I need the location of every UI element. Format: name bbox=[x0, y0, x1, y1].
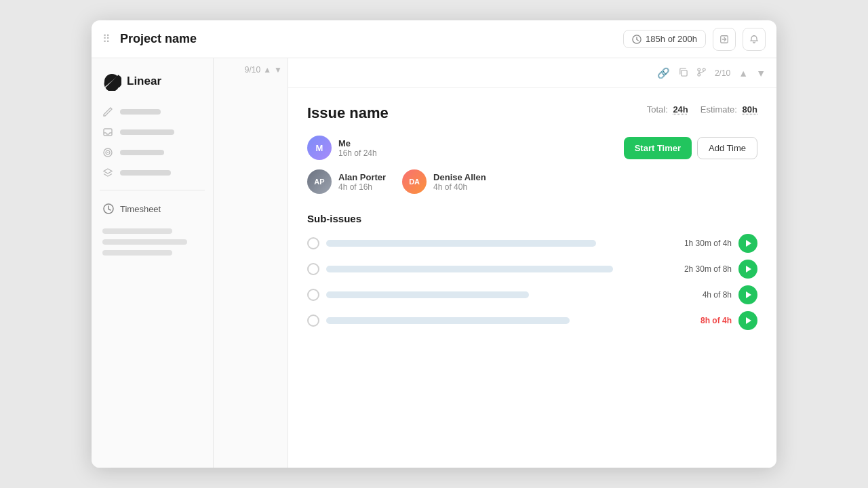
main-toolbar: 🔗 2/10 ▲ ▼ bbox=[288, 58, 776, 88]
sub-issue-bar-container-4 bbox=[326, 317, 664, 324]
sub-issue-bar-4 bbox=[326, 317, 570, 324]
time-budget-text: 185h of 200h bbox=[646, 34, 697, 44]
other-assignees-row: AP Alan Porter 4h of 16h DA Denise Allen… bbox=[307, 169, 757, 194]
layers-icon bbox=[102, 167, 113, 178]
sidebar-divider bbox=[100, 190, 205, 190]
target-icon bbox=[102, 147, 113, 158]
timesheet-icon bbox=[102, 203, 115, 215]
total-value: 24h bbox=[673, 104, 688, 115]
clock-icon bbox=[632, 35, 642, 44]
issue-title: Issue name bbox=[307, 104, 389, 122]
placeholder-bar-2 bbox=[102, 239, 187, 245]
sub-issue-row-4: 8h of 4h bbox=[307, 311, 757, 330]
sidebar: Linear bbox=[92, 58, 214, 468]
play-triangle-1 bbox=[746, 240, 751, 247]
sub-issue-bar-container-1 bbox=[326, 240, 664, 247]
sub-issue-row-3: 4h of 8h bbox=[307, 285, 757, 304]
play-triangle-2 bbox=[746, 266, 751, 272]
middle-counter-text: 9/10 bbox=[245, 65, 260, 75]
avatar-me: M bbox=[307, 136, 332, 160]
svg-rect-7 bbox=[682, 70, 687, 75]
sub-issue-bar-container-3 bbox=[326, 291, 664, 298]
sub-issue-bar-1 bbox=[326, 240, 596, 247]
header: ⠿ Project name 185h of 200h bbox=[92, 20, 776, 58]
branch-icon[interactable] bbox=[696, 67, 707, 79]
bell-icon bbox=[749, 35, 759, 44]
chevron-down-btn[interactable]: ▼ bbox=[274, 65, 282, 75]
play-triangle-3 bbox=[746, 291, 751, 298]
issue-panel: Issue name Total: 24h Estimate: 80h bbox=[288, 88, 776, 353]
estimate-label: Estimate: bbox=[701, 104, 737, 115]
placeholder-bar-1 bbox=[102, 228, 172, 234]
copy-icon[interactable] bbox=[678, 67, 688, 79]
timesheet-label: Timesheet bbox=[120, 204, 161, 214]
assignee-details-alan: Alan Porter 4h of 16h bbox=[338, 172, 386, 192]
add-time-button[interactable]: Add Time bbox=[697, 137, 757, 159]
assignee-time-denise: 4h of 40h bbox=[433, 182, 486, 192]
assignee-time-me: 16h of 24h bbox=[338, 148, 377, 158]
toolbar-chevron-down[interactable]: ▼ bbox=[756, 68, 766, 79]
placeholder-bar-3 bbox=[102, 250, 172, 256]
sub-issue-play-3[interactable] bbox=[738, 285, 757, 304]
time-budget: 185h of 200h bbox=[623, 30, 706, 48]
estimate-meta: Estimate: 80h bbox=[701, 104, 757, 115]
nav-bar-inbox bbox=[120, 129, 174, 135]
sidebar-item-target[interactable] bbox=[97, 142, 208, 163]
sub-issue-play-2[interactable] bbox=[738, 260, 757, 279]
main-content: 🔗 2/10 ▲ ▼ bbox=[288, 58, 776, 468]
sub-issues-section: Sub-issues 1h 30m of 4h bbox=[307, 213, 757, 330]
sub-issue-row-1: 1h 30m of 4h bbox=[307, 234, 757, 253]
assignee-name-alan: Alan Porter bbox=[338, 172, 386, 182]
assignee-details-denise: Denise Allen 4h of 40h bbox=[433, 172, 486, 192]
assignee-name-me: Me bbox=[338, 138, 377, 148]
sub-issue-play-4[interactable] bbox=[738, 311, 757, 330]
toolbar-chevron-up[interactable]: ▲ bbox=[738, 68, 748, 79]
sub-issue-checkbox-4[interactable] bbox=[307, 314, 319, 327]
sub-issue-checkbox-3[interactable] bbox=[307, 289, 319, 301]
sidebar-logo: Linear bbox=[92, 66, 213, 102]
assignee-alan: AP Alan Porter 4h of 16h bbox=[307, 169, 386, 194]
total-meta: Total: 24h bbox=[647, 104, 688, 115]
assignee-denise: DA Denise Allen 4h of 40h bbox=[402, 169, 486, 194]
middle-panel: 9/10 ▲ ▼ bbox=[214, 58, 288, 468]
body: Linear bbox=[92, 58, 776, 468]
grid-icon: ⠿ bbox=[102, 33, 111, 45]
sub-issue-checkbox-1[interactable] bbox=[307, 237, 319, 249]
sidebar-item-edit[interactable] bbox=[97, 102, 208, 122]
issue-meta: Total: 24h Estimate: 80h bbox=[647, 104, 757, 115]
assignees-section: M Me 16h of 24h Start Timer Add Time bbox=[307, 136, 757, 194]
link-icon[interactable]: 🔗 bbox=[657, 67, 670, 79]
sidebar-timesheet[interactable]: Timesheet bbox=[92, 197, 213, 220]
nav-bar-target bbox=[120, 150, 164, 155]
sub-issue-checkbox-2[interactable] bbox=[307, 263, 319, 275]
sidebar-placeholders bbox=[92, 220, 213, 264]
notification-button[interactable] bbox=[743, 28, 766, 51]
start-timer-button[interactable]: Start Timer bbox=[624, 137, 692, 159]
nav-bar-edit bbox=[120, 109, 161, 115]
nav-bar-layers bbox=[120, 170, 171, 176]
sidebar-nav bbox=[92, 102, 213, 183]
sub-issue-bar-container-2 bbox=[326, 266, 664, 272]
export-button[interactable] bbox=[713, 28, 736, 51]
avatar-denise: DA bbox=[402, 169, 427, 194]
toolbar-counter: 2/10 bbox=[715, 68, 730, 78]
sub-issues-title: Sub-issues bbox=[307, 213, 757, 224]
inbox-icon bbox=[102, 127, 113, 138]
play-triangle-4 bbox=[746, 317, 751, 324]
chevron-up-btn[interactable]: ▲ bbox=[263, 65, 271, 75]
assignee-row-me: M Me 16h of 24h Start Timer Add Time bbox=[307, 136, 757, 160]
sub-issue-time-2: 2h 30m of 8h bbox=[671, 264, 732, 274]
header-right: 185h of 200h bbox=[623, 28, 766, 51]
logo-text: Linear bbox=[127, 75, 161, 88]
total-label: Total: bbox=[647, 104, 668, 115]
sidebar-item-layers[interactable] bbox=[97, 163, 208, 183]
assignee-time-alan: 4h of 16h bbox=[338, 182, 386, 192]
sub-issue-bar-3 bbox=[326, 291, 529, 298]
assignee-name-denise: Denise Allen bbox=[433, 172, 486, 182]
export-icon bbox=[719, 35, 729, 44]
assignee-info-me: M Me 16h of 24h bbox=[307, 136, 377, 160]
sidebar-item-inbox[interactable] bbox=[97, 122, 208, 142]
linear-logo-icon bbox=[102, 72, 121, 91]
sub-issue-time-1: 1h 30m of 4h bbox=[671, 239, 732, 248]
sub-issue-play-1[interactable] bbox=[738, 234, 757, 253]
